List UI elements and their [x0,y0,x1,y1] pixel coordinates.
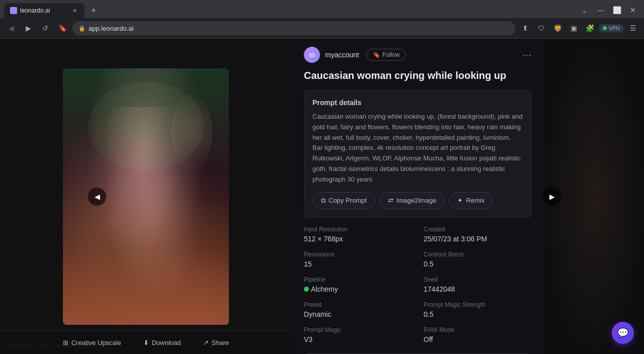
more-menu-button[interactable]: ⋯ [522,49,531,60]
avatar-letter: m [309,51,315,59]
browser-extension-actions: ⬆ 🛡 🦁 ▣ 🧩 VPN ☰ [518,21,640,35]
share-label: Share [212,339,229,346]
user-row: m myaccount 🔖 Follow ⋯ [304,47,531,63]
next-image-button[interactable]: ▶ [543,188,561,206]
pipeline-value: Alchemy [304,285,412,293]
created-label: Created [424,226,531,233]
creative-upscale-label: Creative Upscale [71,339,121,346]
image2image-label: Image2Image [396,197,437,204]
bookmark-icon: 🔖 [373,51,380,58]
metadata-grid: Input Resolution 512 × 768px Created 25/… [304,226,531,343]
share-icon: ↗ [203,339,209,346]
meta-resonance: Resonance 15 [304,251,412,268]
meta-preset: Preset Dynamic [304,301,412,318]
download-label: Download [152,339,181,346]
window-controls: ⌄ — ⬜ ✕ [578,3,640,17]
follow-button[interactable]: 🔖 Follow [366,49,407,61]
tab-title: leonardo.ai [20,7,50,14]
dropdown-arrow-icon[interactable]: ⌄ [578,3,592,17]
reload-button[interactable]: ↺ [38,21,52,35]
extensions-button[interactable]: 🧩 [583,21,597,35]
preset-label: Preset [304,301,412,308]
resonance-label: Resonance [304,251,412,258]
meta-pipeline: Pipeline Alchemy [304,276,412,293]
avatar: m [304,47,320,63]
prompt-section: Prompt details Caucasian woman crying wh… [304,90,531,218]
raw-mode-label: RAW Mode [424,326,531,333]
vpn-dot [603,26,607,30]
address-bar[interactable]: 🔒 app.leonardo.ai [72,21,515,35]
prompt-magic-value: V3 [304,335,412,343]
meta-contrast-boost: Contrast Boost 0.5 [424,251,531,268]
main-content: ◀ Alchemy Crisp Upscaled Image ▼ ⋯ ⊞ Cre… [0,39,644,354]
meta-input-resolution: Input Resolution 512 × 768px [304,226,412,243]
vpn-badge[interactable]: VPN [599,24,624,32]
vpn-label: VPN [608,25,620,31]
remix-button[interactable]: ✦ Remix [449,192,493,209]
preset-value: Dynamic [304,310,412,318]
active-tab[interactable]: leonardo.ai ✕ [4,3,85,18]
forward-button[interactable]: ▶ [21,21,35,35]
pipeline-label: Pipeline [304,276,412,283]
tab-favicon [10,7,17,14]
username-label: myaccount [325,51,359,59]
prompt-label: Prompt details [312,99,523,107]
close-button[interactable]: ✕ [626,3,640,17]
browser-toolbar: ◀ ▶ ↺ 🔖 🔒 app.leonardo.ai ⬆ 🛡 🦁 ▣ 🧩 VPN … [0,18,644,38]
prompt-actions: ⧉ Copy Prompt ⇄ Image2Image ✦ Remix [312,192,523,209]
creative-upscale-icon: ⊞ [63,339,68,346]
shield-icon[interactable]: 🛡 [534,21,548,35]
pipeline-status-dot [304,287,309,292]
share-button[interactable]: ⬆ [518,21,532,35]
lock-icon: 🔒 [78,25,86,32]
prompt-magic-strength-label: Prompt Magic Strength [424,301,531,308]
copy-prompt-button[interactable]: ⧉ Copy Prompt [312,192,375,209]
meta-created: Created 25/07/23 at 3:06 PM [424,226,531,243]
download-button[interactable]: ⬇ Download [135,335,189,350]
right-panel: m myaccount 🔖 Follow ⋯ Caucasian woman c… [292,39,543,354]
meta-prompt-magic-strength: Prompt Magic Strength 0.5 [424,301,531,318]
image-title: Caucasian woman crying while looking up [304,69,531,82]
remix-label: Remix [466,197,485,204]
tab-close-button[interactable]: ✕ [70,7,78,15]
url-text: app.leonardo.ai [89,25,134,32]
prompt-magic-label: Prompt Magic [304,326,412,333]
download-icon: ⬇ [143,339,149,346]
raw-mode-value: Off [424,335,531,343]
created-value: 25/07/23 at 3:06 PM [424,235,531,243]
prompt-text: Caucasian woman crying while looking up,… [312,112,523,185]
back-button[interactable]: ◀ [4,21,18,35]
meta-raw-mode: RAW Mode Off [424,326,531,343]
image2image-icon: ⇄ [388,197,393,204]
new-tab-button[interactable]: + [87,4,101,18]
tab-bar: leonardo.ai ✕ + ⌄ — ⬜ ✕ [0,0,644,18]
meta-seed: Seed 17442048 [424,276,531,293]
creative-upscale-button[interactable]: ⊞ Creative Upscale [55,335,129,350]
meta-prompt-magic: Prompt Magic V3 [304,326,412,343]
resonance-value: 15 [304,260,412,268]
minimize-button[interactable]: — [594,3,608,17]
image-actions-bar: ⊞ Creative Upscale ⬇ Download ↗ Share [0,330,292,354]
image2image-button[interactable]: ⇄ Image2Image [379,192,445,209]
seed-value: 17442048 [424,285,531,293]
copy-prompt-label: Copy Prompt [329,197,367,204]
sidebar-toggle[interactable]: ▣ [567,21,581,35]
input-resolution-value: 512 × 768px [304,235,412,243]
brave-icon[interactable]: 🦁 [550,21,565,35]
menu-button[interactable]: ☰ [626,21,640,35]
image-panel: Alchemy Crisp Upscaled Image ▼ ⋯ ⊞ Creat… [0,39,292,354]
prompt-magic-strength-value: 0.5 [424,310,531,318]
copy-icon: ⧉ [321,197,326,205]
contrast-boost-value: 0.5 [424,260,531,268]
chat-fab-button[interactable]: 💬 [612,322,634,344]
remix-icon: ✦ [457,197,463,204]
bookmark-button[interactable]: 🔖 [55,21,69,35]
maximize-button[interactable]: ⬜ [610,3,624,17]
follow-label: Follow [382,51,400,58]
prev-image-button[interactable]: ◀ [88,188,106,206]
input-resolution-label: Input Resolution [304,226,412,233]
seed-label: Seed [424,276,531,283]
share-image-button[interactable]: ↗ Share [195,335,237,350]
contrast-boost-label: Contrast Boost [424,251,531,258]
